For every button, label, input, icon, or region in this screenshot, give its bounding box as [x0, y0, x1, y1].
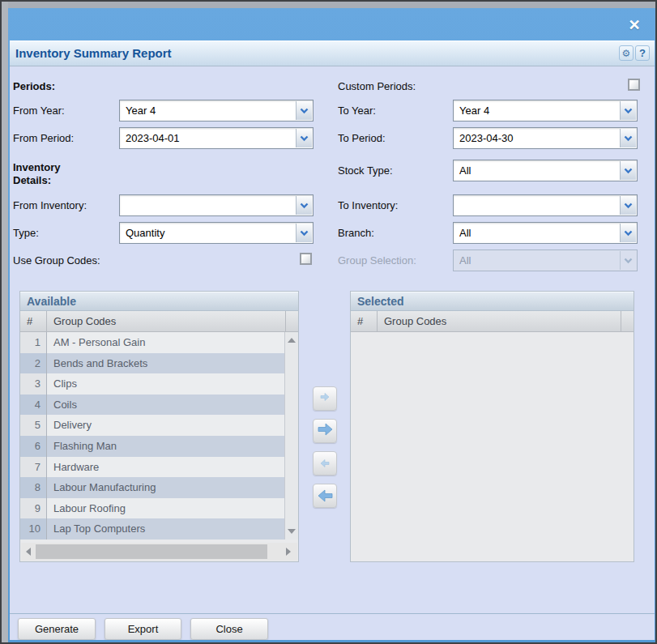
- column-header-spacer: [285, 311, 298, 331]
- arrow-right-icon: [319, 391, 331, 406]
- scrollbar-thumb[interactable]: [36, 544, 267, 559]
- list-item[interactable]: 3 Clips: [20, 373, 286, 395]
- selected-panel-title: Selected: [357, 295, 404, 308]
- group-selection-label: Group Selection:: [338, 254, 416, 267]
- to-period-select[interactable]: 2023-04-30: [453, 127, 638, 149]
- chevron-down-icon: [296, 101, 312, 120]
- row-label: Coils: [47, 395, 286, 416]
- list-item[interactable]: 2 Bends and Brackets: [20, 353, 286, 374]
- close-button[interactable]: Close: [190, 618, 268, 640]
- row-label: Delivery: [47, 415, 286, 436]
- arrow-right-bold-icon: [317, 421, 334, 441]
- close-icon[interactable]: ✕: [625, 17, 643, 33]
- available-panel-title: Available: [27, 295, 76, 308]
- to-year-label: To Year:: [338, 104, 376, 117]
- row-number: 6: [20, 436, 47, 457]
- list-item[interactable]: 7 Hardware: [20, 457, 286, 478]
- custom-periods-label: Custom Periods:: [338, 80, 416, 93]
- dialog-header-bar: Inventory Summary Report ⚙ ?: [10, 41, 655, 66]
- branch-select[interactable]: All: [453, 222, 638, 244]
- row-number: 5: [20, 415, 47, 436]
- selected-panel: Selected # Group Codes: [350, 291, 634, 562]
- row-number: 7: [20, 457, 47, 478]
- list-item[interactable]: 10 Lap Top Computers: [20, 518, 286, 540]
- screen-background: ✕ Inventory Summary Report ⚙ ? Periods: …: [0, 0, 657, 644]
- row-label: Flashing Man: [47, 436, 286, 457]
- arrow-left-bold-icon: [317, 488, 334, 504]
- from-inventory-label: From Inventory:: [13, 199, 87, 212]
- use-group-codes-label: Use Group Codes:: [13, 254, 100, 267]
- scroll-left-icon[interactable]: [23, 545, 34, 558]
- use-group-codes-checkbox[interactable]: [300, 253, 312, 265]
- list-item[interactable]: 9 Labour Roofing: [20, 498, 286, 519]
- from-period-select[interactable]: 2023-04-01: [119, 127, 314, 149]
- scroll-down-icon[interactable]: [285, 525, 298, 538]
- horizontal-scrollbar[interactable]: [21, 543, 297, 561]
- group-selection-value: All: [459, 254, 617, 267]
- chevron-down-icon: [296, 196, 312, 215]
- transfer-buttons: [313, 386, 337, 508]
- scroll-right-icon[interactable]: [283, 545, 294, 558]
- row-label: Hardware: [47, 457, 286, 478]
- list-item[interactable]: 8 Labour Manufacturing: [20, 477, 286, 498]
- footer-separator: [10, 613, 655, 614]
- scroll-up-icon[interactable]: [285, 334, 298, 347]
- from-period-value: 2023-04-01: [126, 132, 293, 144]
- list-item[interactable]: 1 AM - Personal Gain: [20, 332, 286, 353]
- type-label: Type:: [13, 227, 39, 240]
- column-header-group-codes: Group Codes: [378, 311, 621, 331]
- to-year-value: Year 4: [459, 104, 617, 117]
- row-label: Bends and Brackets: [47, 353, 286, 374]
- settings-button[interactable]: ⚙: [619, 45, 634, 61]
- chevron-down-icon: [620, 251, 636, 270]
- row-number: 9: [20, 498, 47, 519]
- selected-table-header: # Group Codes: [351, 311, 634, 332]
- row-number: 1: [20, 332, 47, 353]
- move-all-right-button[interactable]: [313, 419, 337, 443]
- stock-type-select[interactable]: All: [453, 160, 638, 181]
- help-button[interactable]: ?: [635, 45, 650, 61]
- custom-periods-checkbox[interactable]: [628, 79, 640, 91]
- row-label: Labour Roofing: [47, 498, 286, 519]
- available-list: 1 AM - Personal Gain 2 Bends and Bracket…: [20, 332, 286, 540]
- inventory-summary-dialog: ✕ Inventory Summary Report ⚙ ? Periods: …: [8, 8, 656, 643]
- row-label: AM - Personal Gain: [47, 332, 286, 353]
- background-page-sliver: [2, 2, 8, 642]
- move-all-left-button[interactable]: [313, 484, 337, 508]
- column-header-group-codes: Group Codes: [47, 311, 285, 331]
- export-button[interactable]: Export: [105, 618, 181, 640]
- row-number: 10: [20, 518, 47, 540]
- list-item[interactable]: 6 Flashing Man: [20, 436, 286, 457]
- from-period-label: From Period:: [13, 132, 74, 145]
- list-item[interactable]: 5 Delivery: [20, 415, 286, 436]
- row-label: Labour Manufacturing: [47, 477, 286, 498]
- row-number: 2: [20, 353, 47, 374]
- chevron-down-icon: [620, 196, 636, 215]
- move-selected-left-button[interactable]: [313, 451, 337, 476]
- column-header-number: #: [20, 311, 47, 331]
- row-number: 8: [20, 477, 47, 498]
- help-icon: ?: [639, 47, 646, 59]
- selected-panel-header: Selected: [351, 292, 634, 311]
- type-select[interactable]: Quantity: [119, 222, 314, 244]
- row-label: Lap Top Computers: [47, 518, 286, 540]
- group-selection-select: All: [453, 249, 638, 271]
- to-inventory-label: To Inventory:: [338, 199, 398, 212]
- column-header-number: #: [351, 311, 378, 331]
- vertical-scrollbar[interactable]: [284, 332, 298, 540]
- chevron-down-icon: [620, 224, 636, 242]
- from-inventory-select[interactable]: [119, 194, 314, 216]
- move-selected-right-button[interactable]: [313, 386, 337, 411]
- page-title: Inventory Summary Report: [15, 46, 172, 60]
- generate-button[interactable]: Generate: [18, 618, 96, 640]
- from-year-label: From Year:: [13, 104, 65, 117]
- inventory-details-label: Inventory Details:: [13, 161, 86, 187]
- list-item[interactable]: 4 Coils: [20, 395, 286, 416]
- arrow-left-icon: [319, 458, 331, 469]
- from-year-select[interactable]: Year 4: [119, 100, 314, 122]
- stock-type-label: Stock Type:: [338, 164, 393, 177]
- to-year-select[interactable]: Year 4: [453, 100, 638, 122]
- to-inventory-select[interactable]: [453, 194, 638, 216]
- chevron-down-icon: [296, 129, 312, 147]
- selected-list: [351, 332, 634, 561]
